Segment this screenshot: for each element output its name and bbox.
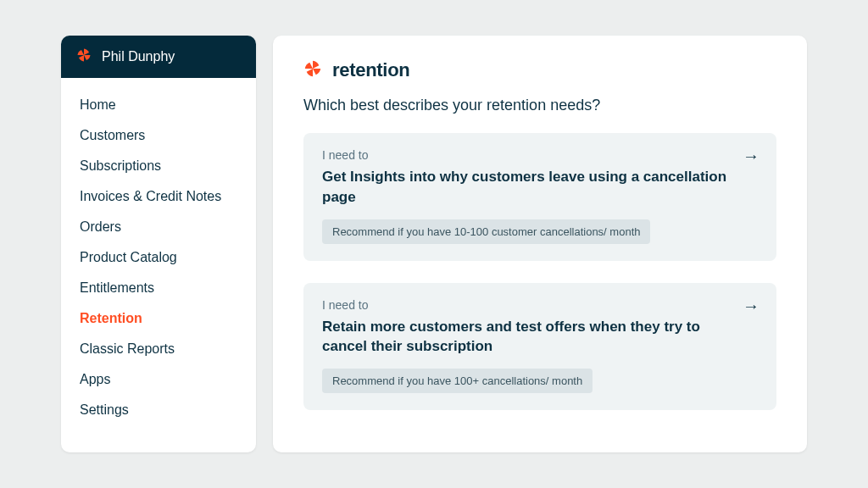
card-title: Get Insights into why customers leave us… bbox=[322, 167, 758, 208]
sidebar-header: Phil Dunphy bbox=[61, 36, 256, 78]
brand-pinwheel-icon bbox=[76, 47, 92, 66]
sidebar-item-retention[interactable]: Retention bbox=[61, 303, 256, 334]
retention-pinwheel-icon bbox=[303, 59, 322, 81]
sidebar-item-product-catalog[interactable]: Product Catalog bbox=[61, 242, 256, 273]
arrow-right-icon: → bbox=[743, 297, 760, 316]
main-panel: retention Which best describes your rete… bbox=[273, 36, 807, 452]
card-title: Retain more customers and test offers wh… bbox=[322, 317, 758, 358]
user-name: Phil Dunphy bbox=[102, 49, 175, 64]
sidebar-item-entitlements[interactable]: Entitlements bbox=[61, 273, 256, 303]
sidebar-item-apps[interactable]: Apps bbox=[61, 364, 256, 395]
page-title: retention bbox=[332, 59, 409, 81]
card-recommend-chip: Recommend if you have 100+ cancellations… bbox=[322, 369, 593, 393]
sidebar-item-classic-reports[interactable]: Classic Reports bbox=[61, 334, 256, 364]
sidebar: Phil Dunphy Home Customers Subscriptions… bbox=[61, 36, 256, 452]
sidebar-item-home[interactable]: Home bbox=[61, 90, 256, 120]
sidebar-nav: Home Customers Subscriptions Invoices & … bbox=[61, 78, 256, 437]
page-question: Which best describes your retention need… bbox=[303, 97, 776, 114]
sidebar-item-invoices[interactable]: Invoices & Credit Notes bbox=[61, 181, 256, 212]
sidebar-item-customers[interactable]: Customers bbox=[61, 120, 256, 151]
sidebar-item-subscriptions[interactable]: Subscriptions bbox=[61, 151, 256, 181]
page-title-row: retention bbox=[303, 59, 776, 81]
sidebar-item-orders[interactable]: Orders bbox=[61, 212, 256, 242]
card-eyebrow: I need to bbox=[322, 298, 758, 312]
card-eyebrow: I need to bbox=[322, 148, 758, 162]
card-recommend-chip: Recommend if you have 10-100 customer ca… bbox=[322, 219, 650, 244]
sidebar-item-settings[interactable]: Settings bbox=[61, 395, 256, 425]
retention-option-retain[interactable]: → I need to Retain more customers and te… bbox=[303, 283, 776, 411]
retention-option-insights[interactable]: → I need to Get Insights into why custom… bbox=[303, 133, 776, 261]
arrow-right-icon: → bbox=[743, 147, 760, 166]
